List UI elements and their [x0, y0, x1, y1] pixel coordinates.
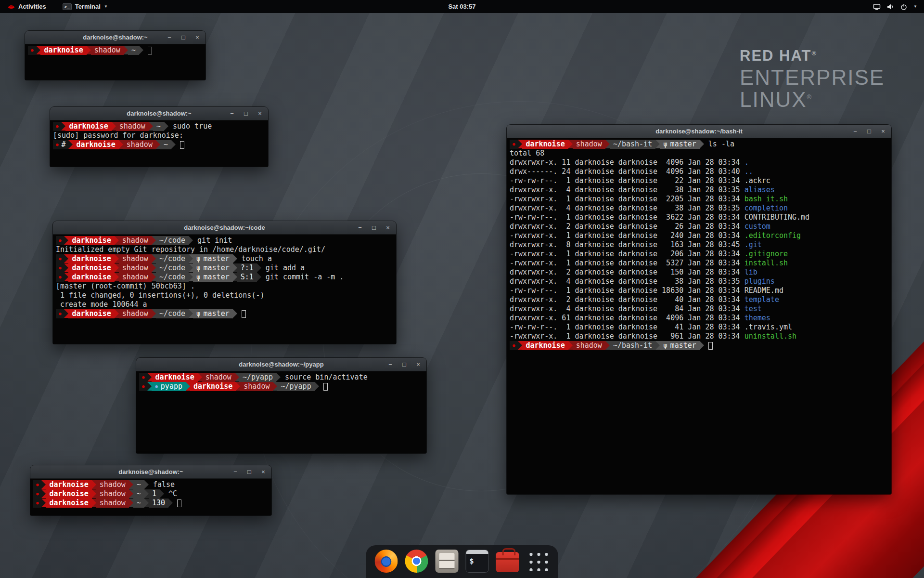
powerline-arrow [605, 140, 610, 148]
close-button[interactable]: × [194, 34, 201, 40]
terminal-line: drwxrwxr-x. 4 darknoise darknoise 38 Jan… [510, 277, 888, 286]
close-button[interactable]: × [260, 469, 267, 475]
terminal-line: drwxrwxr-x. 11 darknoise darknoise 4096 … [510, 158, 888, 167]
segment-text: master [204, 263, 230, 273]
powerline-arrow [64, 309, 68, 318]
powerline-arrow [198, 373, 202, 381]
prompt-segment-stat: ?:1 [237, 263, 257, 273]
firefox-icon[interactable] [375, 550, 398, 573]
powerline-arrow [144, 499, 149, 507]
segment-text: ~/code [159, 263, 185, 273]
display-icon [873, 3, 881, 11]
segment-text: ?:1 [241, 263, 254, 273]
terminal-content[interactable]: ●darknoiseshadow~false●darknoiseshadow~1… [30, 479, 271, 515]
segment-text: 1 [152, 489, 156, 499]
segment-text: ~ [137, 499, 141, 508]
terminal-content[interactable]: ●darknoiseshadow~/pyappsource bin/activa… [136, 371, 426, 453]
window-titlebar[interactable]: darknoise@shadow:~ − □ × [50, 107, 268, 120]
window-titlebar[interactable]: darknoise@shadow:~ − □ × [25, 31, 205, 44]
terminal-content[interactable]: ●darknoiseshadow~ [25, 44, 205, 80]
window-titlebar[interactable]: darknoise@shadow:~/code − □ × [53, 221, 396, 235]
terminal-line: ●darknoiseshadow~/bash-itψmaster [510, 341, 888, 350]
maximize-button[interactable]: □ [243, 110, 249, 117]
minimize-button[interactable]: − [387, 361, 394, 368]
minimize-button[interactable]: − [232, 469, 239, 475]
prompt-segment-stat: 130 [149, 499, 168, 508]
redhat-icon: ● [56, 122, 58, 131]
clock[interactable]: Sat 03:57 [448, 3, 475, 10]
powerline-arrow [235, 373, 239, 381]
minimize-button[interactable]: − [229, 110, 235, 117]
minimize-button[interactable]: − [852, 128, 859, 134]
redhat-icon: ● [59, 236, 61, 245]
window-titlebar[interactable]: darknoise@shadow:~/pyapp − □ × [136, 358, 426, 371]
powerline-arrow [144, 489, 149, 498]
maximize-button[interactable]: □ [401, 361, 408, 368]
prompt-segment-path: ~/pyapp [277, 382, 314, 391]
powerline-arrow [112, 122, 116, 131]
segment-text: master [204, 273, 230, 282]
maximize-button[interactable]: □ [371, 224, 377, 231]
app-grid-icon[interactable] [527, 551, 549, 572]
window-titlebar[interactable]: darknoise@shadow:~ − □ × [30, 465, 271, 479]
powerline-arrow [168, 499, 173, 507]
prompt-segment-git: ψmaster [660, 140, 700, 149]
segment-text: shadow [119, 122, 145, 131]
command-text: source bin/activate [285, 373, 368, 382]
prompt-segment-host: shadow [202, 373, 235, 382]
prompt-segment-host: shadow [573, 341, 605, 350]
terminal-content[interactable]: ●darknoiseshadow~/bash-itψmasterls -lato… [507, 138, 891, 494]
terminal-content[interactable]: ●darknoiseshadow~sudo true[sudo] passwor… [50, 120, 268, 167]
prompt-segment-icon: ● [28, 46, 36, 55]
powerline-arrow [257, 273, 261, 281]
segment-text: shadow [244, 382, 270, 391]
close-button[interactable]: × [415, 361, 422, 368]
command-text: git add a [266, 263, 305, 273]
minimize-button[interactable]: − [166, 34, 173, 40]
file-name: .travis.yml [744, 323, 792, 332]
maximize-button[interactable]: □ [866, 128, 873, 134]
close-button[interactable]: × [880, 128, 886, 134]
toolbox-icon[interactable] [496, 552, 519, 572]
close-button[interactable]: × [385, 224, 391, 231]
maximize-button[interactable]: □ [180, 34, 187, 40]
prompt-segment-path: ~/bash-it [610, 341, 655, 350]
segment-text: ~/pyapp [281, 382, 311, 391]
prompt-segment-path: ~/pyapp [239, 373, 276, 382]
activities-button[interactable]: Activities [5, 0, 49, 13]
chrome-icon[interactable] [405, 550, 428, 573]
prompt-segment-path: ~/code [156, 263, 189, 273]
segment-text: 130 [152, 499, 165, 508]
terminal-line: ●darknoiseshadow~1^C [33, 489, 269, 499]
prompt-segment-user: darknoise [46, 499, 91, 508]
prompt-segment-user: darknoise [40, 46, 86, 55]
command-text: false [153, 480, 175, 489]
powerline-arrow [233, 273, 237, 281]
powerline-arrow [41, 499, 46, 507]
maximize-button[interactable]: □ [246, 469, 253, 475]
terminal-content[interactable]: ●darknoiseshadow~/codegit initInitialize… [53, 235, 396, 344]
file-meta: -rwxrwxr-x. 1 darknoise darknoise 240 Ja… [510, 231, 744, 240]
app-menu-terminal[interactable]: >_ Terminal ▼ [60, 0, 111, 13]
prompt-segment-path: ~ [133, 489, 144, 499]
brand-line-linux: LINUX® [740, 89, 885, 111]
file-name: test [744, 304, 762, 314]
terminal-line: -rw-rw-r--. 1 darknoise darknoise 41 Jan… [510, 323, 888, 332]
files-icon[interactable] [436, 550, 459, 573]
file-name: themes [744, 314, 770, 323]
powerline-arrow [129, 499, 133, 507]
powerline-arrow [92, 489, 96, 498]
close-button[interactable]: × [257, 110, 263, 117]
prompt-segment-icon: ● [139, 382, 147, 391]
segment-text: # [61, 140, 65, 149]
window-titlebar[interactable]: darknoise@shadow:~/bash-it − □ × [507, 125, 891, 138]
prompt-segment-user: darknoise [190, 382, 236, 391]
system-status-area[interactable]: ▼ [870, 0, 920, 13]
file-name: bash_it.sh [744, 195, 788, 204]
powerline-arrow [124, 46, 128, 54]
terminal-icon[interactable]: $ [466, 550, 489, 573]
minimize-button[interactable]: − [357, 224, 363, 231]
terminal-line: drwxrwxr-x. 2 darknoise darknoise 40 Jan… [510, 295, 888, 304]
terminal-line: ●●pyappdarknoiseshadow~/pyapp [139, 382, 424, 391]
prompt-segment-icon: ● [53, 122, 61, 131]
